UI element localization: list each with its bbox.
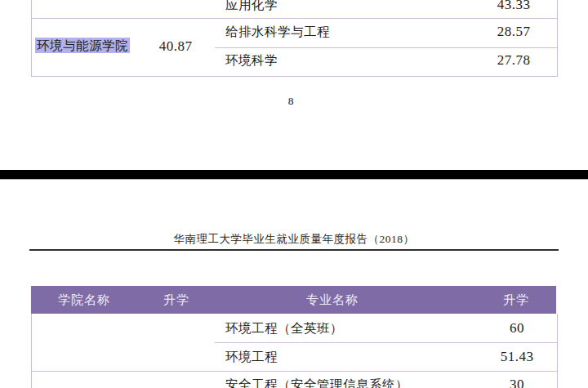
rate-cell: 60 bbox=[480, 321, 554, 336]
header-college-name: 学院名称 bbox=[51, 286, 117, 314]
table-header-row: 学院名称 升学 专业名称 升学 bbox=[31, 286, 556, 314]
rate-cell: 30 bbox=[480, 377, 554, 388]
major-cell: 应用化学 bbox=[225, 0, 278, 12]
header-rate-2: 升学 bbox=[492, 286, 541, 314]
enrollment-table-page8: 应用化学 43.33 给排水科学与工程 28.57 环境与能源学院 40.87 … bbox=[31, 0, 558, 77]
major-cell: 给排水科学与工程 bbox=[225, 25, 330, 39]
rate-cell: 28.57 bbox=[477, 25, 550, 39]
college-rate-cell: 40.87 bbox=[143, 39, 208, 54]
running-header-rule bbox=[29, 249, 559, 251]
subrow-divider bbox=[215, 47, 557, 48]
enrollment-table-page9: 环境工程（全英班） 60 环境工程 51.43 安全工程（安全管理信息系统） 3… bbox=[31, 314, 558, 388]
major-cell: 安全工程（安全管理信息系统） bbox=[225, 377, 408, 388]
major-cell: 环境工程 bbox=[225, 350, 278, 364]
college-cell: 环境与能源学院 bbox=[35, 38, 130, 53]
running-header-title: 华南理工大学毕业生就业质量年度报告（2018） bbox=[0, 232, 588, 247]
row-divider bbox=[32, 18, 557, 19]
row-divider bbox=[32, 371, 557, 372]
major-cell: 环境科学 bbox=[225, 53, 278, 68]
page-break-bar bbox=[0, 170, 588, 179]
page-break-edge-line bbox=[0, 179, 588, 180]
header-rate-1: 升学 bbox=[152, 286, 201, 314]
subrow-divider bbox=[215, 342, 557, 343]
search-highlight: 环境与能源学院 bbox=[35, 38, 130, 53]
rate-cell: 51.43 bbox=[480, 350, 554, 364]
major-cell: 环境工程（全英班） bbox=[225, 321, 343, 336]
header-major-name: 专业名称 bbox=[292, 286, 373, 314]
pdf-document-view: 应用化学 43.33 给排水科学与工程 28.57 环境与能源学院 40.87 … bbox=[0, 0, 588, 388]
rate-cell: 43.33 bbox=[477, 0, 550, 12]
rate-cell: 27.78 bbox=[477, 53, 550, 68]
page-number: 8 bbox=[0, 95, 581, 108]
